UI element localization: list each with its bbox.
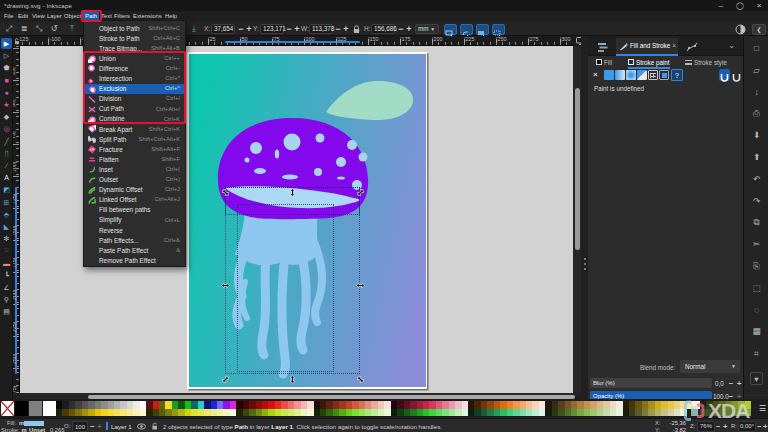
tool-gradient[interactable]: ◩	[1, 184, 12, 195]
path-menu-item-stroke-to-path[interactable]: Stroke to PathCtrl+Alt+C	[85, 33, 184, 43]
vertical-scrollbar[interactable]	[573, 46, 581, 393]
y-field[interactable]: 123,171	[260, 24, 284, 34]
rotation-minus-button[interactable]: −	[757, 422, 761, 431]
zoom-field[interactable]: 76%	[697, 421, 715, 432]
h-field[interactable]: 156,686	[371, 24, 395, 34]
dock-tab-close-icon[interactable]: ×	[672, 42, 676, 49]
paint-radial-gradient-button[interactable]	[626, 70, 636, 80]
fill-rule-nonzero-button[interactable]	[719, 69, 730, 81]
snapbar-collapse-button[interactable]: ❮	[752, 24, 766, 35]
paint-mesh-button[interactable]	[648, 70, 658, 80]
unit-dropdown[interactable]: mm ▼	[415, 24, 439, 34]
zoom-minus-button[interactable]: −	[716, 422, 720, 431]
save-icon[interactable]: ↓	[750, 86, 763, 99]
scale-stroke-toggle[interactable]	[444, 24, 457, 35]
palette-row-2[interactable]	[56, 409, 751, 417]
x-plus-button[interactable]: +	[245, 22, 253, 36]
scale-handle-ne[interactable]	[356, 183, 365, 192]
blur-value[interactable]: 0,0	[715, 380, 724, 387]
tool-rectangle[interactable]: ■	[1, 75, 12, 86]
import-icon[interactable]: ⬇	[750, 129, 763, 142]
w-minus-button[interactable]: −	[334, 22, 342, 36]
tool-calligraphy[interactable]: ∕	[1, 160, 12, 171]
menu-file[interactable]: File	[2, 11, 16, 22]
object-opacity-field[interactable]: 100	[72, 421, 88, 432]
deselect-icon[interactable]: ⤡	[33, 23, 45, 35]
path-menu-item-flatten[interactable]: FlattenShift+F	[85, 154, 184, 164]
x-minus-button[interactable]: −	[237, 22, 245, 36]
paint-linear-gradient-button[interactable]	[615, 70, 625, 80]
path-menu-item-exclusion[interactable]: ExclusionCtrl+^	[85, 84, 184, 94]
panel-splitter[interactable]	[581, 36, 588, 399]
lock-guides-icon[interactable]	[13, 36, 20, 46]
layer-selector[interactable]: Layer 1	[111, 423, 132, 430]
tab-fill-and-stroke[interactable]: Fill and Stroke ×	[616, 38, 678, 56]
redo-icon[interactable]: ↷	[750, 195, 763, 208]
new-document-icon[interactable]: □	[750, 42, 763, 55]
raise-to-top-icon[interactable]: ⤒	[66, 23, 78, 35]
tool-zoom[interactable]: ⚲	[1, 294, 12, 305]
subtab-stroke-style[interactable]: Stroke style	[685, 56, 727, 69]
path-menu-item-object-to-path[interactable]: Object to PathShift+Ctrl+C	[85, 23, 184, 33]
fill-rule-evenodd-button[interactable]	[731, 69, 742, 81]
zoom-selection-icon[interactable]: ⬚	[750, 282, 763, 295]
path-menu-item-fracture[interactable]: FractureShift+Alt+F	[85, 144, 184, 154]
select-all-icon[interactable]: ⤢	[3, 23, 15, 35]
w-plus-button[interactable]: +	[342, 22, 350, 36]
scale-handle-sw[interactable]	[221, 370, 230, 379]
menu-layer[interactable]: Layer	[45, 11, 64, 22]
more-icon[interactable]: ▾	[750, 372, 763, 385]
open-folder-icon[interactable]: ▱	[750, 64, 763, 77]
tool-mesh[interactable]: ⊞	[1, 197, 12, 208]
x-field[interactable]: 37,654	[211, 24, 235, 34]
tool-tweak[interactable]: ✼	[1, 233, 12, 244]
move-patterns-toggle[interactable]	[492, 24, 505, 35]
path-menu-item-trace-bitmap[interactable]: Trace Bitmap...Shift+Alt+B	[85, 43, 184, 53]
palette-swatch-white[interactable]	[43, 401, 56, 416]
rotation-field[interactable]: 0,00°	[738, 421, 756, 432]
scale-handle-n[interactable]	[288, 183, 297, 192]
select-all-layers-icon[interactable]: ≣	[18, 23, 30, 35]
tool-pencil[interactable]: ╱	[1, 136, 12, 147]
tool-spray[interactable]: ⁙	[1, 245, 12, 256]
scale-handle-se[interactable]	[356, 370, 365, 379]
page-frame-icon[interactable]: ⌗	[750, 347, 763, 360]
print-icon[interactable]: ⎙	[750, 107, 763, 120]
subtab-fill[interactable]: Fill	[596, 56, 612, 69]
palette-swatch-black[interactable]	[15, 401, 28, 416]
path-menu-item-path-effects[interactable]: Path Effects...Ctrl+&	[85, 235, 184, 245]
path-menu-item-reverse[interactable]: Reverse	[85, 225, 184, 235]
tool-spiral[interactable]: ◎	[1, 123, 12, 134]
blur-slider[interactable]: Blur (%)	[590, 378, 712, 388]
move-gradients-toggle[interactable]	[476, 24, 489, 35]
zoom-page-icon[interactable]: ▦	[750, 325, 763, 338]
path-menu-item-simplify[interactable]: SimplifyCtrl+L	[85, 215, 184, 225]
y-minus-button[interactable]: −	[285, 22, 293, 36]
stroke-paint-value[interactable]: Unset	[29, 427, 45, 432]
rotation-plus-button[interactable]: +	[763, 422, 767, 431]
path-menu-item-dynamic-offset[interactable]: Dynamic OffsetCtrl+J	[85, 185, 184, 195]
palette-swatch[interactable]	[745, 401, 751, 409]
zoom-plus-button[interactable]: +	[723, 422, 727, 431]
paint-unknown-button[interactable]: ?	[671, 69, 683, 81]
path-menu-item-difference[interactable]: DifferenceCtrl+-	[85, 63, 184, 73]
paint-flat-button[interactable]	[604, 70, 614, 80]
paste-icon[interactable]: ⎘	[750, 260, 763, 273]
scale-handle-w[interactable]	[221, 276, 230, 285]
path-menu-item-fill-between-paths[interactable]: Fill between paths	[85, 205, 184, 215]
lower-to-bottom-icon[interactable]: ⤓	[188, 23, 200, 35]
h-plus-button[interactable]: +	[405, 22, 413, 36]
path-menu-item-linked-offset[interactable]: Linked OffsetCtrl+Alt+J	[85, 195, 184, 205]
tool-pen[interactable]: ᛖ	[1, 148, 12, 159]
path-menu-item-remove-path-effect[interactable]: Remove Path Effect	[85, 255, 184, 265]
paint-none-button[interactable]: ×	[593, 70, 598, 79]
palette-row-1[interactable]	[56, 401, 751, 409]
minimize-button[interactable]: –	[712, 0, 730, 11]
path-menu-item-union[interactable]: UnionCtrl++	[85, 53, 184, 63]
path-menu-item-division[interactable]: DivisionCtrl+/	[85, 94, 184, 104]
palette-swatch-none[interactable]	[1, 401, 14, 416]
subtab-stroke-paint[interactable]: Stroke paint	[628, 56, 670, 69]
horizontal-scrollbar-thumb[interactable]	[88, 395, 575, 399]
tool-connector[interactable]: ┗	[1, 270, 12, 281]
menu-edit[interactable]: Edit	[16, 11, 30, 22]
